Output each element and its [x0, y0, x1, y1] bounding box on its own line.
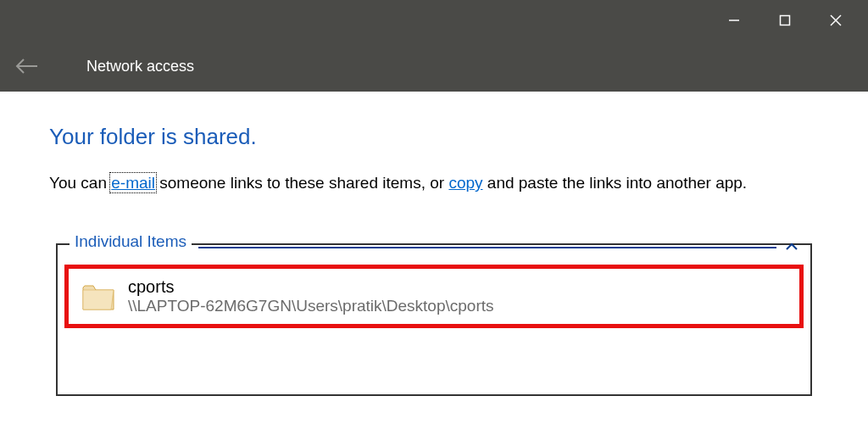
- copy-link[interactable]: copy: [448, 174, 482, 192]
- email-link[interactable]: e-mail: [111, 174, 155, 192]
- desc-prefix: You can: [49, 174, 111, 192]
- collapse-icon[interactable]: [785, 240, 798, 255]
- shared-item-row[interactable]: cports \\LAPTOP-62M6G7GN\Users\pratik\De…: [64, 265, 804, 328]
- panel-header: Individual Items: [58, 243, 810, 261]
- item-path: \\LAPTOP-62M6G7GN\Users\pratik\Desktop\c…: [128, 297, 494, 315]
- item-text-block: cports \\LAPTOP-62M6G7GN\Users\pratik\De…: [128, 277, 494, 315]
- desc-suffix: and paste the links into another app.: [483, 174, 748, 192]
- desc-middle: someone links to these shared items, or: [155, 174, 448, 192]
- minimize-button[interactable]: [709, 0, 760, 41]
- network-access-icon: [56, 57, 75, 75]
- maximize-button[interactable]: [760, 0, 810, 41]
- folder-icon: [81, 279, 116, 315]
- description-text: You can e-mail someone links to these sh…: [49, 174, 819, 192]
- svg-rect-1: [781, 16, 790, 25]
- header-bar: Network access: [0, 41, 868, 92]
- individual-items-panel: Individual Items cports \\LAPTOP-62M6G7G…: [56, 243, 812, 396]
- item-name: cports: [128, 277, 494, 297]
- close-button[interactable]: [810, 0, 861, 41]
- titlebar: [0, 0, 868, 41]
- panel-divider-line: [198, 247, 776, 248]
- window-title: Network access: [86, 58, 194, 75]
- panel-legend: Individual Items: [70, 232, 192, 251]
- content-area: Your folder is shared. You can e-mail so…: [0, 92, 868, 396]
- page-heading: Your folder is shared.: [49, 124, 819, 150]
- back-button[interactable]: [15, 58, 39, 75]
